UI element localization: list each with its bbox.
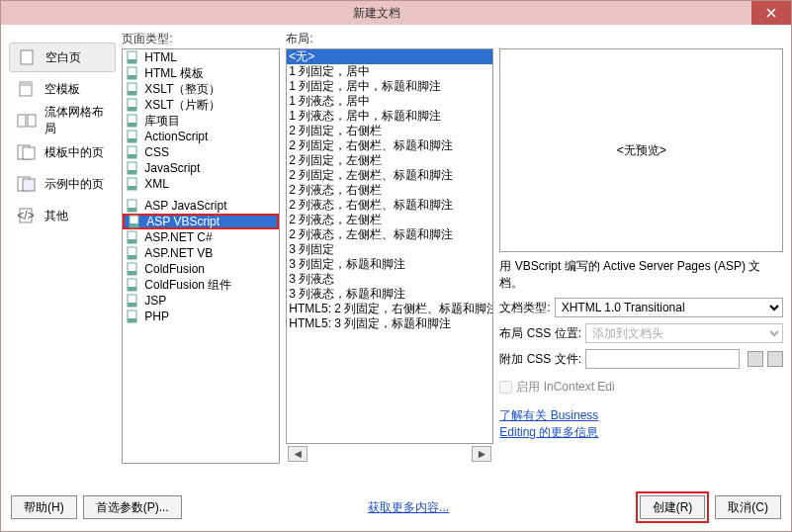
layout-item[interactable]: 3 列液态	[287, 272, 492, 287]
page-type-item-label: 库项目	[144, 113, 180, 130]
scroll-right-icon[interactable]: ►	[472, 446, 491, 462]
layout-item[interactable]: 1 列固定，居中，标题和脚注	[287, 79, 492, 94]
layout-list[interactable]: <无>1 列固定，居中1 列固定，居中，标题和脚注1 列液态，居中1 列液态，居…	[286, 48, 493, 444]
close-button[interactable]	[751, 1, 791, 25]
layout-item[interactable]: HTML5: 2 列固定，右侧栏、标题和脚注	[287, 302, 492, 316]
layout-item[interactable]: HTML5: 3 列固定，标题和脚注	[287, 316, 492, 331]
layout-item[interactable]: 1 列固定，居中	[287, 64, 492, 79]
page-type-item[interactable]: 库项目	[123, 113, 279, 129]
svg-rect-44	[128, 318, 136, 322]
page-type-item-label: HTML 模板	[144, 65, 204, 82]
svg-rect-6	[23, 147, 35, 159]
file-icon	[127, 215, 142, 228]
svg-rect-42	[128, 303, 136, 307]
layout-item[interactable]: 2 列固定，左侧栏	[287, 153, 492, 168]
page-type-description: 用 VBScript 编写的 Active Server Pages (ASP)…	[499, 258, 783, 292]
page-type-item[interactable]: JavaScript	[123, 160, 279, 176]
doctype-label: 文档类型:	[499, 300, 550, 316]
file-icon	[125, 177, 140, 191]
preferences-button[interactable]: 首选参数(P)...	[83, 495, 182, 519]
incontext-label: 启用 InContext Edi	[516, 379, 614, 396]
preview-placeholder: <无预览>	[617, 142, 666, 159]
sidebar-item-4[interactable]: 示例中的页	[9, 169, 116, 199]
page-type-item[interactable]: XML	[123, 176, 279, 192]
page-type-item-label: ASP VBScript	[146, 215, 220, 228]
sidebar-item-3[interactable]: 模板中的页	[9, 137, 116, 167]
sidebar-item-1[interactable]: 空模板	[9, 74, 116, 104]
svg-rect-34	[128, 239, 136, 243]
sidebar-item-2[interactable]: 流体网格布局	[9, 106, 116, 135]
page-type-item-label: ColdFusion	[144, 262, 205, 276]
unlink-css-icon[interactable]	[767, 351, 783, 367]
page-type-item[interactable]: ASP.NET C#	[123, 229, 279, 245]
page-type-item-label: XSLT（片断）	[144, 97, 220, 114]
page-type-item[interactable]: XSLT（整页）	[123, 81, 279, 97]
attach-css-input[interactable]	[585, 349, 740, 369]
layout-item[interactable]: 2 列液态，右侧栏	[287, 183, 492, 198]
file-icon	[125, 161, 140, 175]
page-type-item[interactable]: ActionScript	[123, 129, 279, 144]
page-type-item-label: PHP	[144, 310, 169, 323]
layout-item[interactable]: 2 列液态，右侧栏、标题和脚注	[287, 198, 492, 213]
layout-item[interactable]: 2 列液态，左侧栏、标题和脚注	[287, 227, 492, 242]
layout-item[interactable]: 1 列液态，居中，标题和脚注	[287, 109, 492, 124]
file-icon	[125, 114, 140, 128]
layout-scrollbar[interactable]: ◄►	[286, 446, 493, 462]
preview-pane: <无预览>	[499, 48, 783, 252]
page-type-item[interactable]: HTML 模板	[123, 65, 279, 81]
create-button[interactable]: 创建(R)	[640, 495, 706, 519]
scroll-left-icon[interactable]: ◄	[288, 446, 308, 462]
svg-rect-32	[130, 223, 138, 227]
svg-rect-28	[128, 186, 136, 190]
sidebar-item-label: 模板中的页	[44, 144, 104, 161]
page-type-item[interactable]: JSP	[123, 293, 279, 309]
page-type-item[interactable]: HTML	[123, 49, 279, 65]
fluid-grid-icon	[17, 113, 37, 129]
attach-css-label: 附加 CSS 文件:	[499, 351, 581, 368]
layout-css-label: 布局 CSS 位置:	[499, 325, 581, 342]
learn-more-link[interactable]: 了解有关 Business Editing 的更多信息	[499, 408, 598, 439]
page-type-item[interactable]: ASP VBScript	[123, 214, 279, 229]
page-type-item[interactable]: ASP JavaScript	[123, 198, 279, 214]
layout-item[interactable]: <无>	[287, 49, 492, 64]
file-icon	[125, 246, 140, 260]
page-type-item-label: XML	[144, 177, 169, 191]
page-type-item[interactable]: ColdFusion 组件	[123, 277, 279, 293]
page-type-item[interactable]: ASP.NET VB	[123, 245, 279, 261]
layout-item[interactable]: 2 列固定，左侧栏、标题和脚注	[287, 168, 492, 183]
link-css-icon[interactable]	[748, 351, 763, 367]
page-type-item[interactable]: ColdFusion	[123, 261, 279, 277]
layout-item[interactable]: 3 列液态，标题和脚注	[287, 287, 492, 302]
page-type-list[interactable]: HTMLHTML 模板XSLT（整页）XSLT（片断）库项目ActionScri…	[122, 48, 280, 464]
help-button[interactable]: 帮助(H)	[11, 495, 77, 519]
page-type-item[interactable]: PHP	[123, 309, 279, 324]
layout-item[interactable]: 3 列固定，标题和脚注	[287, 257, 492, 272]
page-blank-icon	[18, 49, 38, 65]
doctype-select[interactable]: XHTML 1.0 Transitional	[555, 298, 783, 317]
layout-item[interactable]: 2 列固定，右侧栏、标题和脚注	[287, 138, 492, 153]
file-icon	[125, 82, 140, 96]
sidebar-item-5[interactable]: </>其他	[9, 201, 116, 230]
incontext-checkbox	[499, 381, 512, 394]
file-icon	[125, 98, 140, 112]
close-icon	[766, 8, 776, 18]
svg-rect-18	[128, 107, 136, 111]
sidebar-item-0[interactable]: 空白页	[9, 43, 116, 72]
page-from-sample-icon	[17, 176, 37, 192]
layout-item[interactable]: 2 列固定，右侧栏	[287, 124, 492, 138]
page-type-item[interactable]: CSS	[123, 144, 279, 160]
layout-css-select[interactable]: 添加到文档头	[585, 323, 783, 343]
category-sidebar: 空白页空模板流体网格布局模板中的页示例中的页</>其他	[9, 31, 116, 486]
file-icon	[125, 278, 140, 292]
layout-item[interactable]: 2 列液态，左侧栏	[287, 213, 492, 227]
other-icon: </>	[17, 208, 37, 223]
svg-rect-8	[23, 179, 35, 191]
page-type-item[interactable]: XSLT（片断）	[123, 97, 279, 113]
layout-item[interactable]: 3 列固定	[287, 242, 492, 257]
get-more-link[interactable]: 获取更多内容...	[368, 500, 449, 514]
cancel-button[interactable]: 取消(C)	[715, 495, 781, 519]
window-title: 新建文档	[1, 5, 751, 22]
layout-item[interactable]: 1 列液态，居中	[287, 94, 492, 109]
page-type-item-label: ColdFusion 组件	[144, 277, 231, 294]
page-type-item-label: CSS	[144, 145, 169, 159]
